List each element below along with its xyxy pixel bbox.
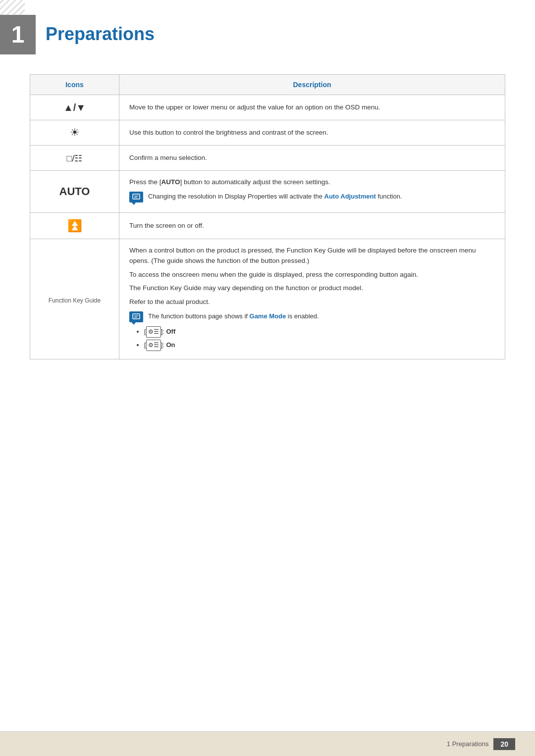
table-row: AUTO Press the [AUTO] button to automati… [30,171,505,213]
table-row: Function Key Guide When a control button… [30,239,505,359]
chapter-title: Preparations [46,15,155,45]
desc-text-confirm: Confirm a menu selection. [129,154,207,161]
col-header-icons: Icons [30,75,119,95]
page-header: 1 Preparations [0,0,535,64]
desc-cell-auto: Press the [AUTO] button to automatically… [119,171,505,213]
game-mode-list: [⚙☰]: Off [⚙☰]: On [129,326,495,351]
auto-label: AUTO [59,185,90,198]
arrows-icon: ▲/▼ [63,102,86,113]
note-svg-auto [132,194,140,201]
game-icon-off: [⚙☰]: Off [144,328,175,335]
fn-note-text: The function buttons page shows if Game … [148,311,319,321]
desc-text-power: Turn the screen on or off. [129,222,204,229]
note-icon-auto [129,192,143,202]
page-footer: 1 Preparations 20 [0,731,535,756]
col-header-description: Description [119,75,505,95]
fn-desc-4: Refer to the actual product. [129,297,495,307]
chapter-number: 1 [11,23,25,47]
icon-cell-power: ⏫ [30,212,119,239]
table-row: ☀ Use this button to control the brightn… [30,120,505,146]
icon-cell-brightness: ☀ [30,120,119,146]
icon-cell-function: Function Key Guide [30,239,119,359]
auto-desc-main: Press the [AUTO] button to automatically… [129,177,495,188]
icon-cell-auto: AUTO [30,171,119,213]
desc-text-brightness: Use this button to control the brightnes… [129,129,328,136]
chapter-block: 1 [0,15,36,54]
confirm-icon: □/☷ [67,153,83,163]
brightness-icon: ☀ [70,126,80,139]
note-icon-fn [129,311,143,322]
content-area: Icons Description ▲/▼ Move to the upper … [0,74,535,359]
list-item: [⚙☰]: On [144,340,495,351]
fn-desc-3: The Function Key Guide may vary dependin… [129,283,495,294]
svg-rect-0 [133,194,140,199]
icon-cell-confirm: □/☷ [30,146,119,171]
list-item: [⚙☰]: Off [144,326,495,338]
note-svg-fn [132,313,140,320]
desc-text-arrows: Move to the upper or lower menu or adjus… [129,103,380,111]
desc-cell-confirm: Confirm a menu selection. [119,146,505,171]
icons-table: Icons Description ▲/▼ Move to the upper … [30,74,505,359]
game-icon-on: [⚙☰]: On [144,341,175,349]
desc-cell-function: When a control button on the product is … [119,239,505,359]
function-key-label: Function Key Guide [49,297,101,304]
desc-cell-power: Turn the screen on or off. [119,212,505,239]
desc-cell-brightness: Use this button to control the brightnes… [119,120,505,146]
icon-cell-arrows: ▲/▼ [30,95,119,120]
power-icon: ⏫ [67,219,82,232]
fn-note: The function buttons page shows if Game … [129,311,495,322]
fn-desc-2: To access the onscreen menu when the gui… [129,269,495,280]
footer-text: 1 Preparations [447,740,489,748]
desc-cell-arrows: Move to the upper or lower menu or adjus… [119,95,505,120]
table-row: ▲/▼ Move to the upper or lower menu or a… [30,95,505,120]
svg-rect-3 [133,314,140,319]
table-row: ⏫ Turn the screen on or off. [30,212,505,239]
fn-desc-1: When a control button on the product is … [129,245,495,266]
auto-note: Changing the resolution in Display Prope… [129,192,495,202]
footer-page-number: 20 [493,738,515,750]
auto-note-text: Changing the resolution in Display Prope… [148,192,402,202]
table-row: □/☷ Confirm a menu selection. [30,146,505,171]
